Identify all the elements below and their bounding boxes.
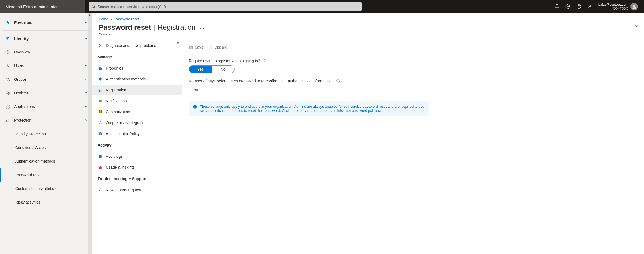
- discard-button[interactable]: Discard: [208, 45, 227, 49]
- settings-icon[interactable]: [562, 0, 573, 13]
- breadcrumb-home[interactable]: Home: [99, 17, 108, 21]
- chevron-up-icon: [84, 36, 88, 41]
- svg-point-5: [589, 5, 591, 7]
- blade-notifications[interactable]: Notifications: [92, 95, 182, 106]
- label-require-register: Require users to register when signing i…: [189, 58, 637, 63]
- nav-conditional-access[interactable]: Conditional Access: [0, 141, 92, 154]
- svg-rect-31: [100, 133, 100, 135]
- bell-icon: [98, 99, 103, 103]
- page-title: Password reset: [99, 23, 151, 32]
- svg-point-0: [92, 5, 95, 8]
- chevron-down-icon: [84, 20, 88, 25]
- info-tooltip-icon[interactable]: ⓘ: [336, 79, 340, 83]
- toggle-require-register[interactable]: Yes No: [189, 65, 235, 73]
- svg-point-45: [195, 106, 195, 106]
- nav-favorites-label: Favorites: [14, 20, 32, 25]
- discard-icon: [208, 45, 213, 49]
- nav-identity-label: Identity: [14, 36, 29, 41]
- close-blade-icon[interactable]: ✕: [634, 24, 639, 30]
- nav-groups[interactable]: Groups: [0, 73, 92, 86]
- search-icon: [92, 5, 95, 8]
- blade-registration[interactable]: Registration: [92, 85, 182, 95]
- save-button[interactable]: Save: [189, 45, 203, 49]
- blade-audit-logs[interactable]: Audit logs: [92, 151, 182, 162]
- blade-properties[interactable]: Properties: [92, 63, 182, 74]
- user-email: balas@contoso.com: [598, 3, 628, 7]
- svg-rect-15: [6, 105, 7, 106]
- sidebar-scrollbar[interactable]: [88, 13, 92, 254]
- devices-icon: [4, 91, 11, 95]
- svg-rect-28: [100, 110, 101, 113]
- info-banner: These settings only apply to end users i…: [189, 101, 429, 116]
- info-banner-link[interactable]: These settings only apply to end users i…: [200, 104, 425, 113]
- product-name[interactable]: Microsoft Entra admin center: [0, 0, 85, 13]
- blade-auth-methods[interactable]: Authentication methods: [92, 74, 182, 85]
- nav-devices[interactable]: Devices: [0, 86, 92, 100]
- svg-rect-21: [100, 67, 101, 70]
- svg-rect-20: [99, 67, 100, 70]
- help-icon[interactable]: [573, 0, 584, 13]
- svg-point-10: [7, 64, 8, 66]
- toggle-no[interactable]: No: [212, 66, 234, 73]
- nav-applications[interactable]: Applications: [0, 100, 92, 113]
- collapse-blade-nav-icon[interactable]: «: [177, 40, 179, 45]
- toggle-yes[interactable]: Yes: [189, 66, 212, 73]
- star-icon: [4, 20, 11, 25]
- blade-admin-policy[interactable]: Administrator Policy: [92, 128, 182, 139]
- nav-protection[interactable]: Protection: [0, 113, 92, 127]
- svg-rect-16: [8, 105, 9, 106]
- nav-password-reset[interactable]: Password reset: [0, 168, 92, 182]
- svg-point-12: [8, 78, 9, 79]
- svg-rect-27: [99, 110, 100, 113]
- svg-rect-26: [99, 100, 101, 102]
- feedback-icon[interactable]: [584, 0, 595, 13]
- nav-overview[interactable]: Overview: [0, 45, 92, 59]
- avatar: [630, 3, 638, 10]
- global-search[interactable]: Search resources, services, and docs (G+…: [89, 2, 362, 11]
- blade-section-troubleshoot: Troubleshooting + Support: [92, 173, 182, 183]
- tenant-name: Contoso: [99, 32, 637, 39]
- nav-identity-protection[interactable]: Identity Protection: [0, 127, 92, 141]
- nav-users[interactable]: Users: [0, 59, 92, 73]
- blade-new-support-request[interactable]: New support request: [92, 184, 182, 195]
- notifications-icon[interactable]: [552, 0, 562, 13]
- info-icon: [98, 132, 103, 136]
- header-actions: balas@contoso.com CONTOSO: [552, 0, 644, 13]
- more-actions-icon[interactable]: ⋯: [200, 26, 204, 31]
- svg-rect-17: [6, 107, 7, 108]
- info-tooltip-icon[interactable]: ⓘ: [262, 58, 265, 63]
- svg-rect-22: [101, 68, 102, 70]
- nav-favorites[interactable]: Favorites: [0, 16, 92, 29]
- nav-risky-activities[interactable]: Risky activities: [0, 195, 92, 209]
- breadcrumb-sep: ›: [111, 17, 112, 21]
- breadcrumb: Home › Password reset: [99, 17, 637, 21]
- chart-icon: [98, 165, 103, 169]
- log-icon: [98, 154, 103, 158]
- breadcrumb-current[interactable]: Password reset: [115, 17, 139, 21]
- top-header: Microsoft Entra admin center Search reso…: [0, 0, 644, 13]
- label-reconfirm-days: Number of days before users are asked to…: [189, 79, 637, 83]
- blade-diagnose[interactable]: Diagnose and solve problems: [92, 40, 182, 51]
- sync-icon: [98, 121, 103, 125]
- chevron-down-icon: [84, 104, 88, 109]
- nav-custom-sec-attrs[interactable]: Custom security attributes: [0, 182, 92, 195]
- svg-rect-29: [101, 110, 102, 113]
- blade-customization[interactable]: Customization: [92, 106, 182, 117]
- input-reconfirm-days[interactable]: [189, 86, 429, 94]
- svg-point-37: [100, 189, 101, 190]
- command-bar: Save Discard: [189, 43, 637, 53]
- nav-auth-methods[interactable]: Authentication methods: [0, 154, 92, 168]
- account-menu[interactable]: balas@contoso.com CONTOSO: [595, 3, 641, 10]
- blade-onprem[interactable]: On-premises integration: [92, 117, 182, 128]
- nav-identity[interactable]: Identity: [0, 32, 92, 45]
- svg-point-4: [579, 7, 579, 8]
- user-org: CONTOSO: [598, 7, 628, 10]
- blade-nav: « Diagnose and solve problems Manage Pro…: [92, 39, 182, 254]
- blade-usage-insights[interactable]: Usage & insights: [92, 162, 182, 173]
- wrench-icon: [98, 43, 103, 48]
- shield-icon: [98, 77, 103, 81]
- support-icon: [98, 188, 103, 192]
- info-icon: [193, 104, 197, 113]
- chevron-down-icon: [84, 91, 88, 95]
- svg-rect-34: [99, 167, 100, 169]
